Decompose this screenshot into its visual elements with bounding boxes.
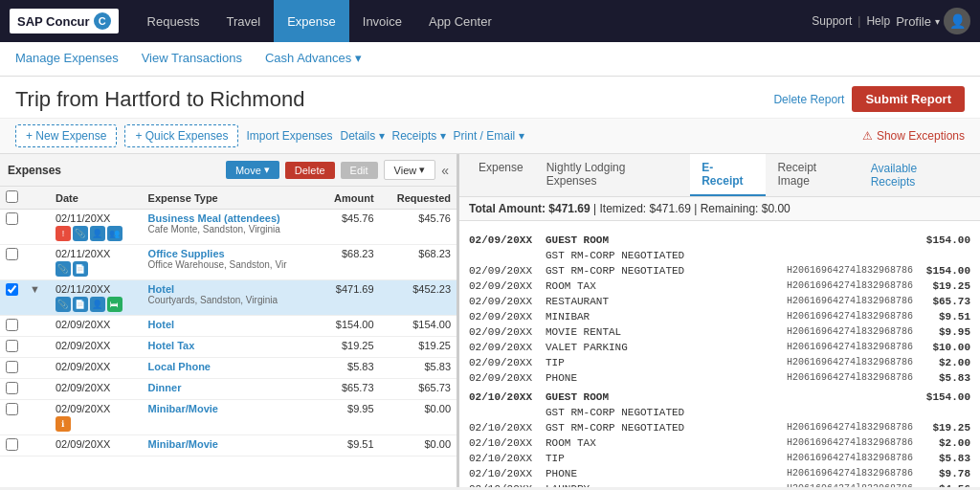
col-amount[interactable]: Amount <box>319 187 379 210</box>
table-row[interactable]: 02/09/20XX Hotel Tax $19.25 $19.25 <box>0 337 457 358</box>
nav-travel[interactable]: Travel <box>213 0 275 42</box>
receipt-amount: $154.00 <box>913 391 970 403</box>
nav-separator: | <box>858 14 860 28</box>
submit-report-button[interactable]: Submit Report <box>852 86 965 112</box>
receipt-desc: GST RM-CORP NEGOTIATED <box>546 250 760 261</box>
print-email-button[interactable]: Print / Email ▾ <box>454 129 524 143</box>
import-expenses-button[interactable]: Import Expenses <box>246 129 332 143</box>
row-expand-cell[interactable] <box>24 337 50 358</box>
subnav-cash-advances[interactable]: Cash Advances ▾ <box>265 42 362 77</box>
show-exceptions[interactable]: ⚠ Show Exceptions <box>862 129 965 143</box>
row-checkbox-cell[interactable] <box>0 337 24 358</box>
cash-advances-chevron-icon: ▾ <box>355 51 362 65</box>
help-link[interactable]: Help <box>866 14 890 28</box>
row-requested: $0.00 <box>380 400 457 435</box>
view-button[interactable]: View ▾ <box>384 160 436 180</box>
row-expand-cell[interactable] <box>24 245 50 280</box>
receipt-desc: TIP <box>546 453 760 464</box>
row-expand-cell[interactable] <box>24 379 50 400</box>
table-row[interactable]: ▼ 02/11/20XX 📎📄👤🛏 Hotel Courtyards, Sand… <box>0 280 457 316</box>
delete-report-button[interactable]: Delete Report <box>773 93 844 106</box>
nav-invoice[interactable]: Invoice <box>349 0 415 42</box>
row-amount: $9.95 <box>319 400 379 435</box>
available-receipts-link[interactable]: Available Receipts <box>863 154 972 196</box>
collapse-icon[interactable]: « <box>441 163 449 178</box>
row-expand-cell[interactable] <box>24 400 50 435</box>
row-checkbox-cell[interactable] <box>0 435 24 457</box>
row-checkbox[interactable] <box>6 340 18 352</box>
row-checkbox[interactable] <box>6 438 18 451</box>
col-expense-type[interactable]: Expense Type <box>143 187 320 210</box>
support-link[interactable]: Support <box>812 14 852 28</box>
blue-doc-icon: 📄 <box>73 297 88 312</box>
row-type: Minibar/Movie <box>143 435 320 457</box>
row-checkbox[interactable] <box>6 361 18 373</box>
exception-warning-icon: ⚠ <box>862 129 873 143</box>
expense-panel: Expenses Move ▾ Delete Edit View ▾ « Dat… <box>0 154 459 487</box>
delete-button[interactable]: Delete <box>285 162 335 179</box>
receipt-row: 02/09/20XX GST RM-CORP NEGOTIATED H20616… <box>469 263 970 278</box>
receipt-ref: H20616964274l832968786 <box>760 296 913 307</box>
receipts-button[interactable]: Receipts ▾ <box>392 129 446 143</box>
receipt-date: 02/09/20XX <box>469 326 546 338</box>
receipt-desc: GUEST ROOM <box>546 234 760 246</box>
row-expand-cell[interactable] <box>24 210 50 245</box>
table-row[interactable]: 02/09/20XX ℹ Minibar/Movie $9.95 $0.00 <box>0 400 457 435</box>
table-header-row: Date Expense Type Amount Requested <box>0 187 457 210</box>
receipt-desc: TIP <box>546 357 760 368</box>
row-type: Minibar/Movie <box>143 400 320 435</box>
nav-requests[interactable]: Requests <box>134 0 213 42</box>
tab-nightly-lodging[interactable]: Nightly Lodging Expenses <box>535 154 691 196</box>
subnav-view-transactions[interactable]: View Transactions <box>142 42 242 77</box>
row-expand-cell[interactable] <box>24 316 50 337</box>
edit-button[interactable]: Edit <box>341 162 378 179</box>
details-label: Details <box>341 129 376 143</box>
details-button[interactable]: Details ▾ <box>341 129 385 143</box>
row-checkbox-cell[interactable] <box>0 316 24 337</box>
tab-receipt-image[interactable]: Receipt Image <box>766 154 862 196</box>
quick-expenses-button[interactable]: + Quick Expenses <box>124 124 238 147</box>
col-expand <box>24 187 50 210</box>
row-checkbox[interactable] <box>6 248 18 260</box>
print-chevron-icon: ▾ <box>519 129 524 143</box>
row-checkbox-cell[interactable] <box>0 358 24 379</box>
receipt-date: 02/09/20XX <box>469 234 546 246</box>
table-row[interactable]: 02/11/20XX 📎📄 Office Supplies Office War… <box>0 245 457 280</box>
row-checkbox-cell[interactable] <box>0 379 24 400</box>
col-date[interactable]: Date <box>50 187 143 210</box>
nav-expense[interactable]: Expense <box>274 0 349 42</box>
receipt-date: 02/09/20XX <box>469 342 546 353</box>
row-expand-cell[interactable] <box>24 435 50 457</box>
row-checkbox[interactable] <box>6 212 18 225</box>
move-button[interactable]: Move ▾ <box>226 161 279 179</box>
receipt-row: 02/09/20XX ROOM TAX H20616964274l8329687… <box>469 278 970 294</box>
subnav-manage-expenses[interactable]: Manage Expenses <box>15 42 119 77</box>
row-amount: $68.23 <box>319 245 379 280</box>
row-expand-cell[interactable]: ▼ <box>24 280 50 316</box>
nav-app-center[interactable]: App Center <box>415 0 505 42</box>
row-expand-cell[interactable] <box>24 358 50 379</box>
total-amount: Total Amount: $471.69 <box>469 202 590 215</box>
tab-expense[interactable]: Expense <box>467 154 535 196</box>
table-row[interactable]: 02/09/20XX Minibar/Movie $9.51 $0.00 <box>0 435 457 457</box>
row-checkbox[interactable] <box>6 319 18 331</box>
row-checkbox-cell[interactable] <box>0 280 24 316</box>
tab-e-receipt[interactable]: E-Receipt <box>690 154 766 196</box>
table-row[interactable]: 02/09/20XX Hotel $154.00 $154.00 <box>0 316 457 337</box>
row-checkbox[interactable] <box>6 283 18 296</box>
new-expense-button[interactable]: + New Expense <box>15 124 117 147</box>
table-row[interactable]: 02/09/20XX Dinner $65.73 $65.73 <box>0 379 457 400</box>
row-checkbox-cell[interactable] <box>0 400 24 435</box>
row-requested: $19.25 <box>380 337 457 358</box>
col-requested[interactable]: Requested <box>380 187 457 210</box>
row-date: 02/09/20XX ℹ <box>50 400 143 435</box>
row-checkbox[interactable] <box>6 382 18 394</box>
row-checkbox-cell[interactable] <box>0 210 24 245</box>
row-checkbox[interactable] <box>6 403 18 415</box>
row-checkbox-cell[interactable] <box>0 245 24 280</box>
table-row[interactable]: 02/09/20XX Local Phone $5.83 $5.83 <box>0 358 457 379</box>
select-all-checkbox[interactable] <box>6 190 18 203</box>
table-row[interactable]: 02/11/20XX !📎👤👥 Business Meal (attendees… <box>0 210 457 245</box>
receipt-date: 02/09/20XX <box>469 372 546 384</box>
profile-button[interactable]: Profile ▾ 👤 <box>896 8 970 34</box>
